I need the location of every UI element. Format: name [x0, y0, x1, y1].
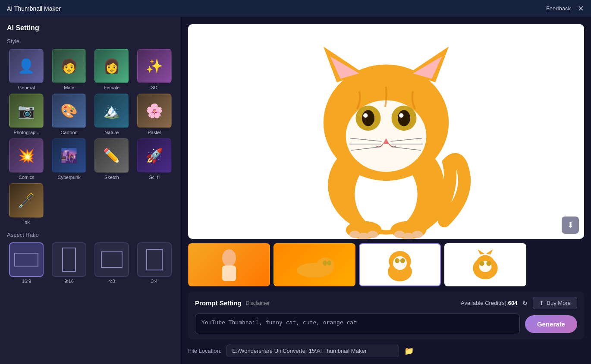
style-section-label: Style — [7, 38, 174, 44]
app-title: AI Thumbnail Maker — [7, 5, 61, 12]
svg-point-38 — [393, 256, 407, 270]
svg-marker-46 — [478, 249, 484, 254]
thumbnails-row — [188, 243, 584, 286]
svg-point-29 — [222, 249, 236, 267]
credits-text: Available Credit(s):604 — [461, 300, 517, 306]
download-icon: ⬇ — [567, 220, 574, 230]
aspect-item-9-16[interactable]: 9:16 — [50, 242, 89, 284]
style-label-female: Female — [104, 85, 120, 90]
svg-point-25 — [367, 231, 378, 238]
credits-count: 604 — [508, 300, 518, 306]
download-button[interactable]: ⬇ — [562, 217, 579, 234]
style-item-pastel[interactable]: 🌸Pastel — [135, 94, 174, 135]
feedback-link[interactable]: Feedback — [546, 5, 571, 12]
file-location-label: File Location: — [188, 348, 221, 354]
prompt-title: Prompt Setting — [195, 299, 242, 307]
disclaimer-link[interactable]: Disclaimer — [246, 300, 270, 306]
aspect-label-4-3: 4:3 — [108, 279, 115, 284]
style-item-3d[interactable]: ✨3D — [135, 49, 174, 90]
svg-marker-47 — [486, 249, 493, 254]
style-item-nature[interactable]: 🏔️Nature — [92, 94, 132, 135]
aspect-item-4-3[interactable]: 4:3 — [92, 242, 132, 284]
aspect-label-9-16: 9:16 — [64, 279, 73, 284]
style-item-female[interactable]: 👩Female — [92, 49, 132, 90]
style-label-nature: Nature — [104, 130, 119, 135]
ai-setting-title: AI Setting — [7, 24, 174, 32]
main-layout: AI Setting Style 👤General🧑Male👩Female✨3D… — [0, 17, 591, 364]
browse-folder-button[interactable]: 📁 — [404, 346, 414, 356]
svg-point-40 — [400, 258, 405, 263]
file-location-row: File Location: E:\Wondershare UniConvert… — [188, 345, 584, 357]
main-preview: ⬇ — [188, 24, 584, 239]
svg-point-34 — [323, 260, 327, 266]
style-label-pastel: Pastel — [148, 130, 161, 135]
style-item-comics[interactable]: 💥Comics — [7, 138, 46, 180]
style-item-photography[interactable]: 📷Photograp... — [7, 94, 46, 135]
title-bar-right: Feedback ✕ — [546, 5, 584, 13]
svg-point-13 — [399, 113, 403, 117]
file-location-select[interactable]: E:\Wondershare UniConverter 15\AI Thumbn… — [226, 345, 399, 357]
buy-more-button[interactable]: ⬆ Buy More — [533, 297, 577, 309]
aspect-label-16-9: 16:9 — [22, 279, 31, 284]
thumbnail-2[interactable] — [273, 243, 355, 286]
aspect-item-3-4[interactable]: 3:4 — [135, 242, 174, 284]
style-label-male: Male — [64, 85, 74, 90]
svg-point-28 — [412, 231, 423, 238]
svg-point-12 — [363, 113, 368, 117]
prompt-header: Prompt Setting Disclaimer Available Cred… — [195, 297, 577, 309]
style-label-ink: Ink — [23, 220, 30, 225]
style-label-scifi: Sci-fi — [149, 175, 159, 180]
style-item-ink[interactable]: 🖋️Ink — [7, 183, 46, 225]
aspect-ratio-grid: 16:99:164:33:4 — [7, 242, 174, 284]
style-label-cartoon: Cartoon — [61, 130, 78, 135]
main-image — [188, 24, 584, 239]
close-button[interactable]: ✕ — [578, 5, 584, 13]
svg-point-45 — [486, 261, 491, 266]
title-bar: AI Thumbnail Maker Feedback ✕ — [0, 0, 591, 17]
thumbnail-4[interactable] — [444, 243, 526, 286]
style-label-sketch: Sketch — [104, 175, 119, 180]
style-item-cartoon[interactable]: 🎨Cartoon — [50, 94, 89, 135]
svg-rect-30 — [222, 266, 236, 281]
svg-point-39 — [395, 258, 399, 263]
prompt-input[interactable] — [195, 314, 520, 334]
aspect-ratio-label: Aspect Ratio — [7, 232, 174, 238]
left-panel: AI Setting Style 👤General🧑Male👩Female✨3D… — [0, 17, 181, 364]
style-item-cyberpunk[interactable]: 🌆Cyberpunk — [50, 138, 89, 180]
style-label-photography: Photograp... — [13, 130, 39, 135]
right-panel: ⬇ — [181, 17, 591, 364]
prompt-section: Prompt Setting Disclaimer Available Cred… — [188, 292, 584, 339]
style-item-sketch[interactable]: ✏️Sketch — [92, 138, 132, 180]
prompt-header-right: Available Credit(s):604 ↻ ⬆ Buy More — [461, 297, 577, 309]
aspect-item-16-9[interactable]: 16:9 — [7, 242, 46, 284]
generate-button[interactable]: Generate — [525, 315, 577, 333]
refresh-button[interactable]: ↻ — [522, 300, 528, 307]
title-bar-left: AI Thumbnail Maker — [7, 5, 61, 12]
svg-point-10 — [362, 110, 374, 126]
prompt-input-row: Generate — [195, 314, 577, 334]
style-item-male[interactable]: 🧑Male — [50, 49, 89, 90]
style-item-general[interactable]: 👤General — [7, 49, 46, 90]
image-preview-area: ⬇ — [188, 24, 584, 286]
svg-point-11 — [398, 110, 410, 126]
upload-icon: ⬆ — [539, 300, 544, 306]
thumbnail-3[interactable] — [359, 243, 441, 286]
style-item-scifi[interactable]: 🚀Sci-fi — [135, 138, 174, 180]
prompt-header-left: Prompt Setting Disclaimer — [195, 299, 270, 307]
style-label-3d: 3D — [151, 85, 157, 90]
thumbnail-1[interactable] — [188, 243, 270, 286]
svg-point-44 — [479, 261, 484, 266]
style-label-general: General — [18, 85, 35, 90]
svg-point-35 — [327, 260, 331, 266]
svg-point-7 — [346, 100, 427, 172]
style-label-cyberpunk: Cyberpunk — [58, 175, 81, 180]
aspect-label-3-4: 3:4 — [151, 279, 157, 284]
style-grid: 👤General🧑Male👩Female✨3D📷Photograp...🎨Car… — [7, 49, 174, 225]
style-label-comics: Comics — [19, 175, 35, 180]
